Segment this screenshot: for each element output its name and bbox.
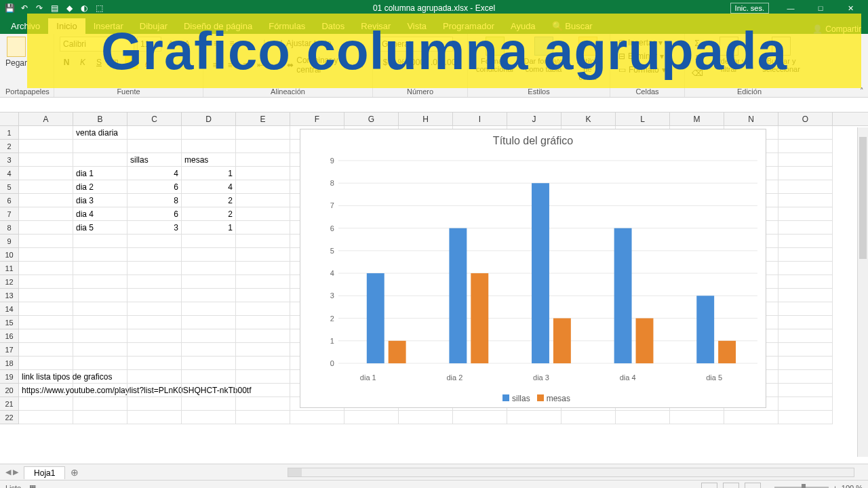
indent-inc-icon[interactable]: ⇥	[269, 58, 281, 72]
worksheet[interactable]: ABCDEFGHIJKLMNO 1venta diaria23sillasmes…	[0, 113, 868, 464]
cell[interactable]	[73, 316, 127, 329]
find-select-button[interactable]: Buscar y seleccionar	[754, 37, 808, 73]
cell[interactable]	[236, 140, 290, 153]
cell[interactable]	[73, 397, 127, 411]
fill-icon[interactable]: ⬙	[125, 56, 138, 69]
cell[interactable]	[127, 329, 182, 343]
column-header[interactable]: A	[19, 113, 73, 125]
row-header[interactable]: 13	[0, 289, 19, 302]
tab-buscar[interactable]: 🔍 Buscar	[544, 18, 601, 34]
column-header[interactable]: K	[561, 113, 616, 125]
cell[interactable]	[19, 221, 73, 235]
cell[interactable]	[236, 357, 290, 370]
cell[interactable]: 2	[182, 194, 236, 207]
cell[interactable]: 6	[127, 207, 182, 221]
percent-icon[interactable]: %	[395, 56, 408, 69]
column-header[interactable]: D	[182, 113, 236, 125]
cell[interactable]	[73, 357, 127, 370]
cell[interactable]	[236, 194, 290, 207]
insert-cells-button[interactable]: ⊞ Insertar ▾	[616, 37, 669, 49]
row-header[interactable]: 1	[0, 126, 19, 140]
tab-diseno[interactable]: Diseño de página	[176, 18, 260, 34]
column-header[interactable]: L	[616, 113, 670, 125]
cell[interactable]	[127, 316, 182, 329]
cell[interactable]	[19, 126, 73, 140]
cell[interactable]	[19, 235, 73, 248]
cell[interactable]	[778, 316, 833, 329]
row-header[interactable]: 6	[0, 194, 19, 207]
cell[interactable]	[73, 343, 127, 357]
row-header[interactable]: 7	[0, 207, 19, 221]
cell[interactable]	[182, 248, 236, 262]
cell[interactable]	[19, 140, 73, 153]
page-layout-view-icon[interactable]	[723, 483, 739, 489]
shrink-font-icon[interactable]: A	[180, 37, 194, 51]
cell[interactable]	[399, 411, 453, 424]
paste-button[interactable]: Pegar	[5, 37, 27, 68]
cell[interactable]	[182, 343, 236, 357]
cell[interactable]	[182, 329, 236, 343]
cell[interactable]	[127, 302, 182, 316]
tab-programador[interactable]: Programador	[435, 18, 502, 34]
cell[interactable]	[19, 167, 73, 180]
cell[interactable]	[344, 411, 399, 424]
cell[interactable]	[19, 343, 73, 357]
cell[interactable]	[182, 384, 236, 397]
cell[interactable]: https://www.youtube.com/playlist?list=PL…	[19, 384, 73, 397]
column-header[interactable]: C	[127, 113, 182, 125]
column-header[interactable]: N	[724, 113, 778, 125]
cell[interactable]	[778, 194, 833, 207]
cell[interactable]	[236, 397, 290, 411]
underline-icon[interactable]: S	[92, 56, 106, 69]
tab-formulas[interactable]: Fórmulas	[260, 18, 313, 34]
formula-bar[interactable]	[0, 98, 868, 113]
cell[interactable]	[236, 411, 290, 424]
row-header[interactable]: 19	[0, 370, 19, 384]
column-header[interactable]: M	[670, 113, 724, 125]
cell[interactable]	[127, 370, 182, 384]
cell[interactable]: dia 4	[73, 207, 127, 221]
cell[interactable]	[236, 384, 290, 397]
cell[interactable]	[73, 370, 127, 384]
cell[interactable]: 3	[127, 221, 182, 235]
cell[interactable]: dia 2	[73, 180, 127, 194]
close-icon[interactable]: ✕	[837, 0, 864, 16]
cell[interactable]	[778, 343, 833, 357]
cell[interactable]	[290, 411, 344, 424]
cell[interactable]: 8	[127, 194, 182, 207]
cell[interactable]	[236, 316, 290, 329]
cell[interactable]	[73, 140, 127, 153]
row-header[interactable]: 14	[0, 302, 19, 316]
cell[interactable]	[236, 248, 290, 262]
minimize-icon[interactable]: —	[777, 0, 804, 16]
qat-icon[interactable]: ⬚	[94, 3, 104, 14]
cell-styles-button[interactable]: Estilos de celda	[571, 37, 604, 81]
save-icon[interactable]: 💾	[4, 3, 15, 14]
font-size-combo[interactable]: 11	[137, 37, 161, 52]
italic-icon[interactable]: K	[76, 56, 90, 69]
grow-font-icon[interactable]: A	[164, 37, 178, 51]
cell[interactable]	[778, 126, 833, 140]
tab-insertar[interactable]: Insertar	[85, 18, 132, 34]
cell[interactable]	[236, 235, 290, 248]
cell[interactable]	[778, 289, 833, 302]
cell[interactable]	[778, 370, 833, 384]
cell[interactable]	[182, 411, 236, 424]
cell[interactable]: link lista tipos de graficos	[19, 370, 73, 384]
dec-inc-icon[interactable]: .0	[427, 56, 441, 69]
zoom-in-icon[interactable]: +	[833, 484, 837, 489]
cell[interactable]	[182, 357, 236, 370]
row-header[interactable]: 21	[0, 397, 19, 411]
cell[interactable]	[19, 153, 73, 167]
cell[interactable]	[127, 248, 182, 262]
redo-icon[interactable]: ↷	[34, 3, 45, 14]
cell[interactable]: 2	[182, 207, 236, 221]
cell[interactable]: dia 3	[73, 194, 127, 207]
format-cells-button[interactable]: ▭ Formato ▾	[616, 64, 669, 76]
row-header[interactable]: 11	[0, 262, 19, 275]
cell[interactable]	[778, 397, 833, 411]
zoom-out-icon[interactable]: −	[766, 484, 770, 489]
column-header[interactable]: I	[453, 113, 507, 125]
sheet-nav-icon[interactable]: ◀ ▶	[0, 468, 24, 476]
cell[interactable]	[236, 126, 290, 140]
